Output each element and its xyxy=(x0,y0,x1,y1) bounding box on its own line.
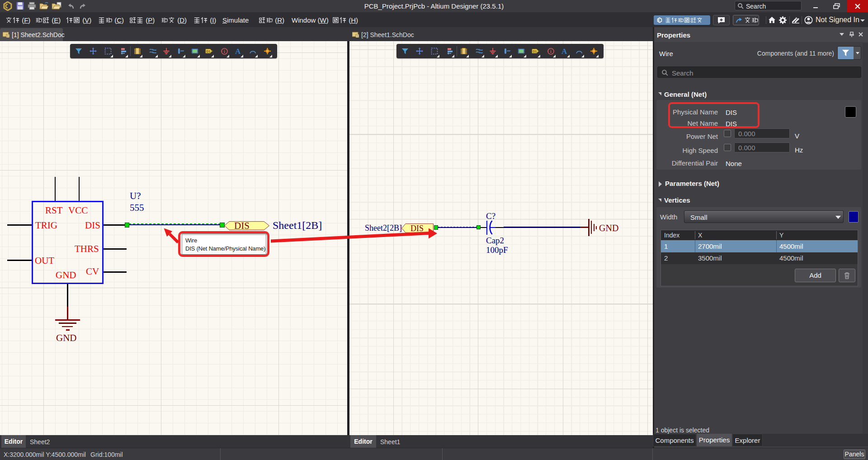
svg-text:D1: D1 xyxy=(533,50,537,53)
svg-text:A: A xyxy=(561,47,567,55)
svg-text:D1: D1 xyxy=(207,50,211,53)
svg-text:A: A xyxy=(235,47,241,55)
